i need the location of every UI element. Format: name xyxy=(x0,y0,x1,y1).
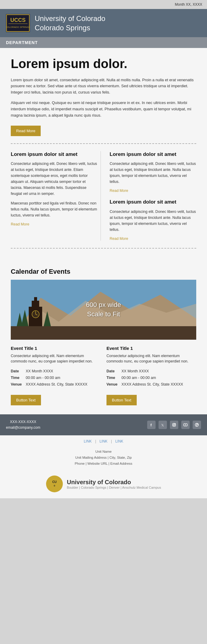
social-icons-group: f 𝕏 P xyxy=(147,421,201,429)
event-1-title: Event Title 1 xyxy=(11,346,101,351)
event-1-date-label: Date xyxy=(11,368,26,374)
event-1: Event Title 1 Consectetur adipiscing eli… xyxy=(11,346,101,406)
right-column: Lorem ipsum dolor sit amet Consectetur a… xyxy=(107,151,197,240)
svg-text:CU: CU xyxy=(52,480,56,484)
svg-text:𝕏: 𝕏 xyxy=(161,423,164,427)
footer-unit-name: Unit Name xyxy=(6,449,201,455)
event-2-date-label: Date xyxy=(106,368,121,374)
youtube-icon[interactable] xyxy=(181,421,190,429)
left-col-heading: Lorem ipsum dolor sit amet xyxy=(11,151,98,158)
right-block-1: Lorem ipsum dolor sit amet Consectetur a… xyxy=(110,151,197,193)
event-1-button[interactable]: Button Text xyxy=(11,395,41,405)
event-2-time-value: 00:00 am - 00:00 am xyxy=(121,374,196,381)
hero-read-more-button[interactable]: Read More xyxy=(11,126,41,136)
svg-text:®: ® xyxy=(54,485,55,487)
svg-text:COLORADO SPRINGS: COLORADO SPRINGS xyxy=(6,26,30,28)
event-2-venue-value: XXXX Address St. City, State XXXXX xyxy=(121,381,196,388)
event-2-desc: Consectetur adipiscing elit. Nam element… xyxy=(106,353,196,365)
event-1-time-label: Time xyxy=(11,374,26,381)
right-block-2-heading: Lorem ipsum dolor sit amet xyxy=(110,199,197,205)
cu-title-main: University of Colorado xyxy=(67,479,161,486)
right-block-2: Lorem ipsum dolor sit amet Consectetur a… xyxy=(110,199,197,240)
facebook-icon[interactable]: f xyxy=(147,421,156,429)
footer-phone: XXX-XXX-XXXX xyxy=(6,419,40,425)
header: UCCS COLORADO SPRINGS University of Colo… xyxy=(0,9,207,37)
event-1-time-row: Time 00:00 am - 00:00 am xyxy=(11,374,101,381)
hero-body-1: Lorem ipsum dolor sit amet, consectetur … xyxy=(11,77,196,96)
svg-point-22 xyxy=(175,424,175,424)
date-bar: Month XX, XXXX xyxy=(0,0,207,9)
dept-bar: DEPARTMENT xyxy=(0,37,207,48)
event-2: Event Title 1 Consectetur adipiscing eli… xyxy=(106,346,196,406)
svg-rect-8 xyxy=(11,326,196,340)
event-1-date-row: Date XX Month XXXX xyxy=(11,368,101,374)
footer-address: Unit Name Unit Mailing Address | City, S… xyxy=(0,447,207,471)
event-1-details: Date XX Month XXXX Time 00:00 am - 00:00… xyxy=(11,368,101,388)
cu-logo-icon: CU ® xyxy=(46,476,63,492)
cu-footer: CU ® University of Colorado Boulder | Co… xyxy=(0,471,207,498)
date-text: Month XX, XXXX xyxy=(175,2,202,7)
footer-dark-bar: XXX-XXX-XXXX email@company.com f 𝕏 xyxy=(0,414,207,435)
right-block-2-read-more-link[interactable]: Read More xyxy=(110,237,128,241)
event-2-venue-row: Venue XXXX Address St. City, State XXXXX xyxy=(106,381,196,388)
instagram-icon[interactable] xyxy=(170,421,178,429)
header-title: University of Colorado Colorado Springs xyxy=(35,14,105,32)
hero-section: Lorem ipsum dolor. Lorem ipsum dolor sit… xyxy=(11,57,196,136)
footer-link-1[interactable]: LINK xyxy=(84,439,92,443)
svg-marker-24 xyxy=(185,424,186,425)
main-content: Lorem ipsum dolor. Lorem ipsum dolor sit… xyxy=(0,48,207,264)
left-col-read-more-link[interactable]: Read More xyxy=(11,222,29,226)
svg-text:f: f xyxy=(150,423,152,427)
left-col-body-1: Consectetur adipiscing elit. Donec liber… xyxy=(11,161,98,197)
image-placeholder-label: 600 px wide Scale to Fit xyxy=(86,300,121,319)
left-col-body-2: Maecenas porttitor sed ligula vel finibu… xyxy=(11,200,98,218)
svg-rect-11 xyxy=(34,297,37,302)
footer-email: email@company.com xyxy=(6,425,40,431)
hero-title: Lorem ipsum dolor. xyxy=(11,57,196,71)
event-1-date-value: XX Month XXXX xyxy=(26,368,101,374)
event-2-title: Event Title 1 xyxy=(106,346,196,351)
right-block-1-heading: Lorem ipsum dolor sit amet xyxy=(110,151,197,158)
calendar-section: Calendar of Events xyxy=(0,265,207,415)
svg-text:P: P xyxy=(196,423,198,427)
right-block-2-body: Consectetur adipiscing elit. Donec liber… xyxy=(110,209,197,233)
event-1-time-value: 00:00 am - 00:00 am xyxy=(26,374,101,381)
event-1-venue-value: XXXX Address St. City, State XXXXX xyxy=(26,381,101,388)
event-2-venue-label: Venue xyxy=(106,381,121,388)
svg-text:UCCS: UCCS xyxy=(10,17,25,23)
event-2-button[interactable]: Button Text xyxy=(106,395,137,405)
footer-mailing-address: Unit Mailing Address | City, State, Zip xyxy=(6,455,201,461)
svg-point-21 xyxy=(173,424,175,426)
svg-point-27 xyxy=(47,476,62,491)
divider-1 xyxy=(11,143,196,144)
twitter-icon[interactable]: 𝕏 xyxy=(159,421,167,429)
cu-title-block: University of Colorado Boulder | Colorad… xyxy=(67,479,161,489)
event-2-details: Date XX Month XXXX Time 00:00 am - 00:00… xyxy=(106,368,196,388)
footer-contact: XXX-XXX-XXXX email@company.com xyxy=(6,419,40,431)
event-1-venue-row: Venue XXXX Address St. City, State XXXXX xyxy=(11,381,101,388)
left-column: Lorem ipsum dolor sit amet Consectetur a… xyxy=(11,151,101,240)
uccs-logo-icon: UCCS COLORADO SPRINGS xyxy=(6,14,30,32)
cu-title-sub: Boulder | Colorado Springs | Denver | An… xyxy=(67,486,161,489)
footer-link-3[interactable]: LINK xyxy=(115,439,123,443)
event-2-time-row: Time 00:00 am - 00:00 am xyxy=(106,374,196,381)
pinterest-icon[interactable]: P xyxy=(193,421,201,429)
footer-links-bar: LINK | LINK | LINK xyxy=(0,435,207,447)
two-col-section: Lorem ipsum dolor sit amet Consectetur a… xyxy=(11,151,196,240)
events-section: Event Title 1 Consectetur adipiscing eli… xyxy=(11,346,196,406)
calendar-image: 600 px wide Scale to Fit xyxy=(11,280,196,340)
calendar-heading: Calendar of Events xyxy=(11,265,196,276)
hero-body-2: Aliquam vel nisi neque. Quisque eu sem i… xyxy=(11,100,196,118)
dept-label: DEPARTMENT xyxy=(6,40,38,45)
footer-contact-line: Phone | Website URL | Email Address xyxy=(6,461,201,467)
event-1-venue-label: Venue xyxy=(11,381,26,388)
event-2-time-label: Time xyxy=(106,374,121,381)
event-2-date-value: XX Month XXXX xyxy=(121,368,196,374)
event-2-date-row: Date XX Month XXXX xyxy=(106,368,196,374)
event-1-desc: Consectetur adipiscing elit. Nam element… xyxy=(11,353,101,365)
divider-2 xyxy=(11,248,196,249)
footer-link-2[interactable]: LINK xyxy=(100,439,108,443)
right-block-1-read-more-link[interactable]: Read More xyxy=(110,189,128,193)
right-block-1-body: Consectetur adipiscing elit. Donec liber… xyxy=(110,161,197,185)
